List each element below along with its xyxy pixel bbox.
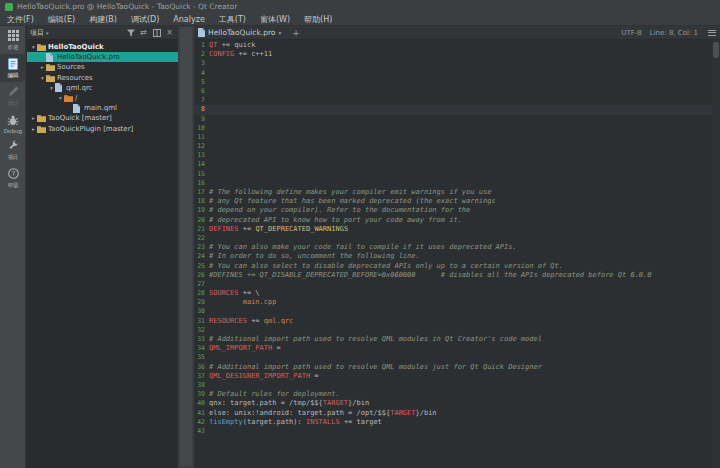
code-text: DEFINES += QT_DEPRECATED_WARNINGS xyxy=(209,225,348,234)
tree-item[interactable]: ▾HelloTaoQuick xyxy=(27,42,178,52)
code-line: 30 xyxy=(194,307,712,316)
code-line: 31RESOURCES += qml.qrc xyxy=(194,317,712,326)
line-number: 4 xyxy=(194,69,209,78)
code-token: qnx: target.path = /tmp/$${ xyxy=(209,399,323,407)
chevron-down-icon[interactable]: ▾ xyxy=(39,75,46,81)
code-text: QML_DESIGNER_IMPORT_PATH = xyxy=(209,372,319,381)
project-panel-scrollbar[interactable] xyxy=(178,26,194,468)
code-token: = xyxy=(272,344,280,352)
code-line: 43 xyxy=(194,427,712,436)
code-line: 34QML_IMPORT_PATH = xyxy=(194,344,712,353)
scrollbar-thumb[interactable] xyxy=(713,42,719,58)
code-token xyxy=(209,298,243,306)
menu-item-4[interactable]: Analyze xyxy=(166,13,212,26)
mode-帮助[interactable]: ?帮助 xyxy=(0,164,26,192)
plus-icon[interactable]: + xyxy=(292,28,300,38)
tree-item[interactable]: ▾qml.qrc xyxy=(27,83,178,93)
mode-欢迎[interactable]: 欢迎 xyxy=(0,26,26,54)
menu-item-1[interactable]: 编辑(E) xyxy=(41,13,82,26)
chevron-right-icon[interactable]: ▸ xyxy=(30,126,37,132)
mode-设计: 设计 xyxy=(0,82,26,110)
tree-item[interactable]: ▸TaoQuick [master] xyxy=(27,113,178,123)
menu-item-0[interactable]: 文件(F) xyxy=(0,13,41,26)
tree-item-label: Resources xyxy=(57,74,93,82)
tree-item[interactable]: main.qml xyxy=(27,103,178,113)
menu-bar: 文件(F)编辑(E)构建(B)调试(D)Analyze工具(T)窗体(W)帮助(… xyxy=(0,13,720,26)
line-number: 41 xyxy=(194,409,209,418)
code-line: 15 xyxy=(194,170,712,179)
scrollbar-thumb[interactable] xyxy=(180,28,192,466)
chevron-down-icon[interactable]: ▾ xyxy=(278,30,281,36)
line-number: 25 xyxy=(194,262,209,271)
projects-wrench-icon xyxy=(7,139,20,152)
mode-label: Debug xyxy=(4,127,22,133)
code-line: 9 xyxy=(194,115,712,124)
code-token: = xyxy=(310,372,318,380)
tree-item[interactable]: ▸TaoQuickPlugin [master] xyxy=(27,124,178,134)
chevron-right-icon[interactable]: ▸ xyxy=(30,115,37,121)
mode-项目[interactable]: 项目 xyxy=(0,136,26,164)
folder-icon xyxy=(46,63,56,71)
chevron-down-icon[interactable]: ▾ xyxy=(57,95,64,101)
chevron-down-icon[interactable]: ▾ xyxy=(48,85,55,91)
project-panel-title[interactable]: 项目 xyxy=(30,28,44,38)
chevron-right-icon[interactable]: ▸ xyxy=(39,64,46,70)
filter-icon[interactable] xyxy=(125,27,136,38)
code-line: 33# Additional import path used to resol… xyxy=(194,335,712,344)
line-number: 6 xyxy=(194,87,209,96)
line-number: 8 xyxy=(194,105,209,114)
line-number: 28 xyxy=(194,289,209,298)
split-icon[interactable] xyxy=(151,27,162,38)
window-title: HelloTaoQuick.pro @ HelloTaoQuick - TaoQ… xyxy=(17,2,237,11)
line-number: 15 xyxy=(194,170,209,179)
code-text: else: unix:!android: target.path = /opt/… xyxy=(209,409,437,418)
code-token: # Default rules for deployment. xyxy=(209,390,340,398)
editor-scrollbar[interactable] xyxy=(712,40,720,468)
code-token: c++11 xyxy=(251,50,272,58)
tree-item[interactable]: ▸Sources xyxy=(27,62,178,72)
mode-编辑[interactable]: 编辑 xyxy=(0,54,26,82)
menu-item-2[interactable]: 构建(B) xyxy=(82,13,124,26)
editor-menu-icon[interactable] xyxy=(708,30,716,36)
code-token: # depend on your compiler). Refer to the… xyxy=(209,206,470,214)
tree-item-label: HelloTaoQuick.pro xyxy=(57,53,120,61)
tree-item[interactable]: HelloTaoQuick.pro xyxy=(27,52,178,62)
line-number: 20 xyxy=(194,216,209,225)
menu-item-3[interactable]: 调试(D) xyxy=(124,13,166,26)
line-number: 19 xyxy=(194,206,209,215)
line-number: 27 xyxy=(194,280,209,289)
chevron-down-icon[interactable]: ▾ xyxy=(30,44,37,50)
sync-icon[interactable]: ⇄ xyxy=(138,27,149,38)
file-icon xyxy=(73,104,83,113)
menu-item-5[interactable]: 工具(T) xyxy=(212,13,253,26)
code-token: # The following define makes your compil… xyxy=(209,188,491,196)
line-number: 18 xyxy=(194,197,209,206)
code-token: DEFINES xyxy=(209,225,239,233)
open-document-name[interactable]: HelloTaoQuick.pro xyxy=(208,28,275,37)
code-editor[interactable]: 1QT += quick2CONFIG += c++11345678910111… xyxy=(194,40,712,468)
line-number: 11 xyxy=(194,133,209,142)
code-line: 29 main.cpp xyxy=(194,298,712,307)
code-token: QT_DEPRECATED_WARNINGS xyxy=(255,225,348,233)
line-number: 26 xyxy=(194,271,209,280)
project-panel-header: 项目 ▾ ⇄ × xyxy=(27,26,178,40)
code-line: 18# any Qt feature that has been marked … xyxy=(194,197,712,206)
mode-label: 编辑 xyxy=(7,71,18,79)
tree-item[interactable]: ▾Resources xyxy=(27,73,178,83)
code-line: 38 xyxy=(194,381,712,390)
line-number: 23 xyxy=(194,243,209,252)
file-icon xyxy=(46,53,56,62)
mode-debug[interactable]: Debug xyxy=(0,110,26,136)
line-number: 34 xyxy=(194,344,209,353)
line-number: 31 xyxy=(194,317,209,326)
tree-item[interactable]: ▾/ xyxy=(27,93,178,103)
menu-item-7[interactable]: 帮助(H) xyxy=(297,13,339,26)
edit-document-icon xyxy=(7,57,20,70)
menu-item-6[interactable]: 窗体(W) xyxy=(253,13,297,26)
code-line: 4 xyxy=(194,69,712,78)
tree-item-label: TaoQuickPlugin [master] xyxy=(48,125,133,133)
code-line: 3 xyxy=(194,59,712,68)
close-icon[interactable]: × xyxy=(164,27,175,38)
folder-icon xyxy=(37,125,47,133)
encoding-indicator[interactable]: UTF-8 xyxy=(621,29,641,37)
